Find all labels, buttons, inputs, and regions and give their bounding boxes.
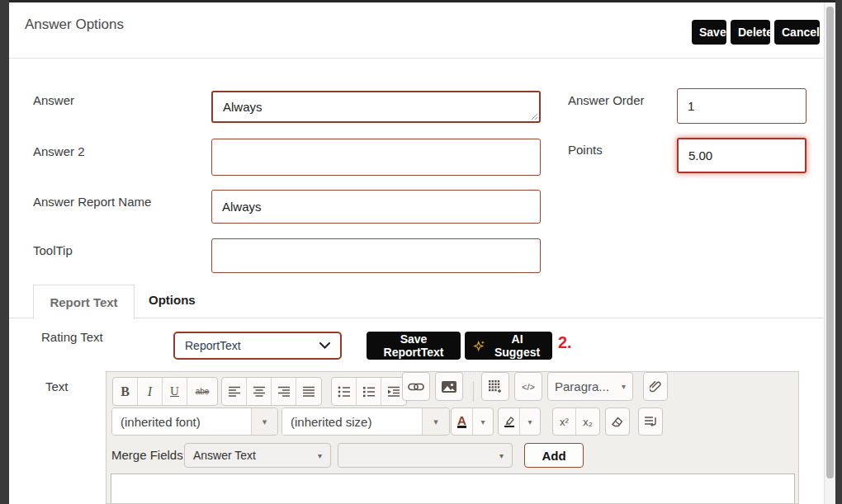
window-frame-right [835,0,842,504]
tab-report-text-label: Report Text [50,295,117,309]
text-label: Text [45,379,69,393]
subscript-button[interactable]: x₂ [576,408,599,435]
answer-options-dialog: Answer Options Save Delete Cancel Answer… [0,0,842,504]
editor-content-area[interactable] [111,473,795,504]
strikethrough-button[interactable]: abe [187,378,217,405]
italic-button[interactable]: I [138,378,163,405]
page-title: Answer Options [25,16,124,33]
scrollbar-thumb[interactable] [826,7,834,478]
superscript-button[interactable]: x² [553,408,576,435]
add-merge-field-button[interactable]: Add [524,443,584,468]
paragraph-select-value: Paragra... [555,379,609,393]
font-select-value: (inherited font) [112,408,251,435]
answer-report-name-input[interactable] [211,190,541,224]
tooltip-label: ToolTip [33,243,73,257]
merge-field-select-value: Answer Text [193,449,256,462]
chevron-down-icon[interactable]: ▾ [473,408,493,435]
window-frame-top [0,0,842,2]
sparkle-icon [473,339,485,353]
cancel-button[interactable]: Cancel [774,20,820,45]
code-icon[interactable]: </> [514,372,542,401]
link-icon[interactable] [402,372,430,401]
tooltip-input[interactable] [211,238,541,273]
save-reporttext-button[interactable]: Save ReportText [367,332,461,360]
chevron-down-icon[interactable]: ▾ [422,408,449,435]
align-center-icon[interactable] [247,378,272,405]
eraser-icon[interactable] [605,407,630,436]
chevron-down-icon: ▾ [622,382,626,391]
answer2-label: Answer 2 [33,144,85,158]
merge-value-select[interactable]: ▾ [338,443,513,468]
rating-text-select[interactable]: ReportText [173,332,342,360]
delete-button[interactable]: Delete [731,20,770,45]
tab-report-text[interactable]: Report Text [33,285,135,319]
rating-text-label: Rating Text [41,330,103,344]
tab-options[interactable]: Options [149,293,196,307]
align-justify-icon[interactable] [296,378,321,405]
step-annotation: 2. [558,333,572,352]
ai-suggest-label: AI Suggest [490,332,544,359]
font-select[interactable]: (inherited font) ▾ [111,407,278,436]
answer-order-input[interactable] [677,88,807,124]
image-icon[interactable] [435,372,463,401]
rich-text-editor: B I U abe [106,371,799,504]
chevron-down-icon[interactable]: ▾ [520,408,540,435]
answer-order-label: Answer Order [568,93,645,107]
line-spacing-icon[interactable] [638,407,663,436]
highlight-color-icon[interactable] [499,408,520,435]
ai-suggest-button[interactable]: AI Suggest [465,332,552,360]
chevron-down-icon: ▾ [499,451,504,460]
answer-input[interactable] [211,91,541,123]
chevron-down-icon [319,342,330,349]
save-button[interactable]: Save [692,20,726,45]
toolbar-separator [473,382,474,402]
table-icon[interactable] [481,372,509,401]
font-color-icon[interactable]: A [452,408,473,435]
chevron-down-icon: ▾ [318,451,322,460]
answer-report-name-label: Answer Report Name [33,195,151,209]
unordered-list-icon[interactable] [332,378,357,405]
paragraph-select[interactable]: Paragra... ▾ [547,372,633,401]
points-input[interactable] [677,138,807,173]
merge-fields-label: Merge Fields: [111,448,187,462]
bold-button[interactable]: B [113,378,138,405]
chevron-down-icon[interactable]: ▾ [251,408,277,435]
size-select-value: (inherited size) [282,408,422,435]
resize-grip-icon[interactable] [530,112,538,120]
align-left-icon[interactable] [222,378,247,405]
size-select[interactable]: (inherited size) ▾ [281,407,450,436]
window-frame-left [0,0,9,504]
answer2-input[interactable] [211,139,541,176]
ordered-list-icon[interactable] [357,378,381,405]
align-right-icon[interactable] [272,378,296,405]
header-divider [9,58,825,59]
merge-field-select[interactable]: Answer Text ▾ [184,443,331,468]
underline-button[interactable]: U [163,378,187,405]
answer-label: Answer [33,93,74,107]
rating-text-select-value: ReportText [185,339,241,352]
paperclip-icon[interactable] [643,372,668,401]
points-label: Points [568,143,603,157]
